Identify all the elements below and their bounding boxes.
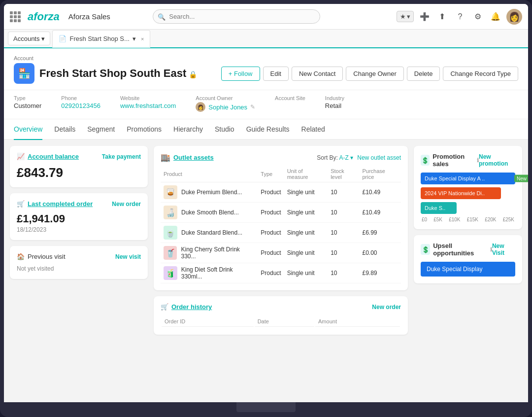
tab-page-icon: 📄: [59, 35, 66, 42]
col-type: Type: [258, 166, 284, 182]
account-name: Fresh Start Shop South East: [39, 67, 186, 79]
outlet-assets-table: Product Type Unit of measure Stock level…: [161, 166, 401, 283]
add-icon[interactable]: ➕: [418, 10, 432, 24]
bell-icon[interactable]: 🔔: [489, 10, 502, 24]
tab-overview[interactable]: Overview: [14, 119, 42, 140]
promotion-sales-card: 💲 Promotion sales ℹ New promotion: [414, 146, 522, 229]
left-column: 📈 Account balance Take payment £843.79 🛒: [10, 146, 148, 335]
accounts-tab[interactable]: Accounts ▾: [8, 32, 50, 45]
active-tab-label: Fresh Start Shop S...: [69, 35, 129, 42]
website-field: Website www.freshstart.com: [120, 95, 176, 112]
tab-related[interactable]: Related: [301, 119, 325, 140]
col-stock: Stock level: [328, 166, 359, 182]
new-visit-link[interactable]: New visit: [115, 253, 141, 260]
not-visited-text: Not yet visited: [17, 265, 141, 272]
balance-chart-icon: 📈: [17, 153, 25, 160]
accounts-tab-label: Accounts: [13, 35, 39, 42]
promo-bar-2-label: 2024 VIP Nationwide Di..: [425, 190, 485, 196]
owner-link[interactable]: Sophie Jones: [208, 104, 247, 111]
app-logo: aforza: [28, 10, 60, 23]
tab-segment[interactable]: Segment: [87, 119, 115, 140]
follow-button[interactable]: + Follow: [221, 67, 260, 81]
product-thumb: 🍶: [164, 206, 177, 219]
industry-field: Industry Retail: [325, 95, 344, 112]
new-order-link[interactable]: New order: [112, 201, 141, 208]
main-content: Account 🏪 Fresh Start Shop South East 🔒 …: [4, 48, 528, 402]
table-row: 🧃King Diet Soft Drink 330ml... Product S…: [161, 263, 401, 283]
close-tab-icon[interactable]: ×: [141, 36, 144, 42]
tab-hierarchy[interactable]: Hierarchy: [173, 119, 203, 140]
upsell-bar[interactable]: Duke Special Display: [421, 262, 515, 277]
new-promotion-link[interactable]: New promotion: [479, 153, 515, 167]
tab-guide-results[interactable]: Guide Results: [246, 119, 290, 140]
help-icon[interactable]: ?: [453, 10, 467, 24]
favorites-button[interactable]: ★ ▾: [397, 11, 414, 22]
col-order-id: Order ID: [162, 316, 254, 327]
delete-button[interactable]: Delete: [407, 67, 440, 81]
order-history-icon: 🛒: [161, 303, 168, 311]
previous-visit-label: Previous visit: [28, 253, 66, 260]
search-input[interactable]: [153, 9, 320, 24]
account-balance-card: 📈 Account balance Take payment £843.79: [10, 146, 148, 187]
app-name: Aforza Sales: [68, 12, 110, 21]
sort-link[interactable]: A-Z: [339, 154, 349, 161]
product-thumb: 🥤: [164, 246, 177, 260]
sort-label: Sort By: A-Z ▾: [317, 154, 353, 161]
site-field: Account Site: [275, 95, 305, 112]
search-icon: 🔍: [158, 13, 166, 20]
new-order-history-link[interactable]: New order: [372, 304, 401, 311]
promotion-sales-label: Promotion sales: [432, 153, 474, 168]
col-date: Date: [255, 316, 314, 327]
tab-details[interactable]: Details: [54, 119, 75, 140]
promo-icon: 💲: [421, 155, 430, 166]
take-payment-link[interactable]: Take payment: [102, 153, 141, 160]
upsell-card: 💲 Upsell opportunities ℹ New Visit Duke …: [414, 235, 522, 283]
promo-bar-3-label: Duke S..: [425, 205, 445, 211]
account-balance-link[interactable]: Account balance: [28, 153, 79, 160]
owner-avatar: 👩: [196, 102, 205, 112]
new-badge: New: [514, 175, 515, 182]
tab-promotions[interactable]: Promotions: [127, 119, 162, 140]
search-bar: 🔍: [153, 9, 320, 24]
new-outlet-asset-link[interactable]: New outlet asset: [357, 154, 401, 161]
breadcrumb: Account: [14, 55, 518, 61]
phone-field: Phone 02920123456: [61, 95, 100, 112]
outlet-assets-link[interactable]: Outlet assets: [173, 154, 214, 161]
new-visit-upsell-link[interactable]: New Visit: [492, 243, 515, 256]
col-product: Product: [161, 166, 258, 182]
account-icon: 🏪: [14, 63, 34, 84]
sub-tab-bar: Overview Details Segment Promotions Hier…: [4, 119, 528, 140]
col-unit: Unit of measure: [284, 166, 328, 182]
monitor-base: [217, 413, 315, 417]
owner-field: Account Owner 👩 Sophie Jones ✎: [196, 95, 255, 112]
owner-edit-icon[interactable]: ✎: [250, 104, 255, 110]
new-contact-button[interactable]: New Contact: [292, 67, 343, 81]
order-history-link[interactable]: Order history: [171, 303, 212, 311]
upload-icon[interactable]: ⬆: [435, 10, 449, 24]
website-link[interactable]: www.freshstart.com: [120, 102, 176, 109]
active-tab[interactable]: 📄 Fresh Start Shop S... ▾ ×: [52, 30, 150, 48]
app-grid-icon[interactable]: [10, 11, 21, 22]
settings-icon[interactable]: ⚙: [471, 10, 485, 24]
phone-link[interactable]: 02920123456: [61, 102, 100, 109]
change-owner-button[interactable]: Change Owner: [346, 67, 403, 81]
type-field: Type Customer: [14, 95, 41, 112]
order-history-card: 🛒 Order history New order Order ID Date …: [154, 296, 408, 335]
edit-button[interactable]: Edit: [263, 67, 289, 81]
promo-bar-3[interactable]: Duke S..: [421, 202, 515, 214]
sort-dropdown-icon[interactable]: ▾: [350, 154, 353, 161]
promo-bar-1[interactable]: Duke Special Display A .. New: [421, 173, 515, 184]
change-record-type-button[interactable]: Change Record Type: [443, 67, 518, 81]
last-order-link[interactable]: Last completed order: [28, 200, 93, 208]
user-avatar[interactable]: 👩: [506, 9, 522, 25]
tab-studio[interactable]: Studio: [215, 119, 234, 140]
cart-icon: 🛒: [17, 200, 25, 208]
previous-visit-card: 🏠 Previous visit New visit Not yet visit…: [10, 246, 148, 279]
star-icon: ★: [400, 13, 406, 20]
order-history-table: Order ID Date Amount: [161, 315, 401, 328]
upsell-bar-label: Duke Special Display: [427, 266, 482, 273]
lock-icon[interactable]: 🔒: [189, 70, 197, 78]
table-row: 🥤King Cherry Soft Drink 330... Product S…: [161, 243, 401, 263]
promo-bar-2[interactable]: 2024 VIP Nationwide Di..: [421, 187, 515, 199]
tab-chevron-icon: ▾: [133, 35, 136, 42]
